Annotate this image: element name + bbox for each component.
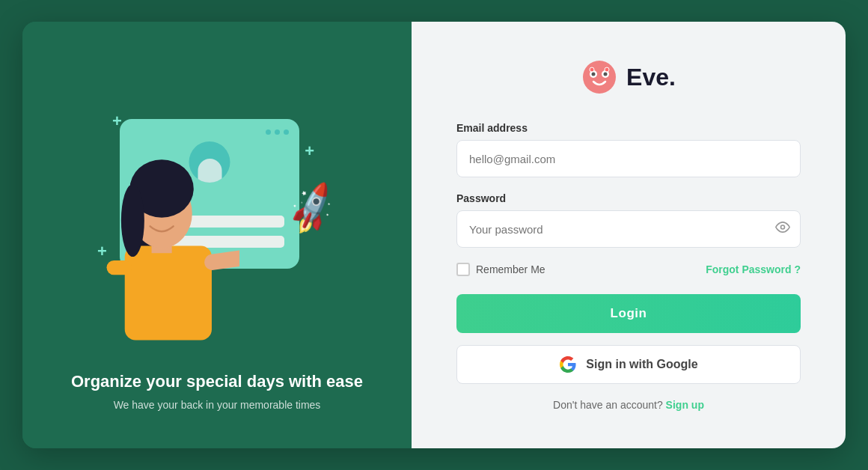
form-container: Email address Password — [456, 122, 801, 411]
svg-rect-8 — [107, 260, 132, 275]
card-dot — [275, 129, 280, 135]
svg-point-5 — [121, 184, 144, 257]
logo-row: Eve. — [581, 59, 676, 95]
password-group: Password — [456, 192, 801, 248]
email-label: Email address — [456, 122, 801, 134]
svg-point-13 — [604, 73, 608, 76]
card-dot — [284, 129, 289, 135]
email-input-wrapper — [456, 140, 801, 177]
forgot-password-link[interactable]: Forgot Password ? — [706, 263, 801, 275]
svg-point-12 — [592, 73, 596, 76]
remember-forgot-row: Remember Me Forgot Password ? — [456, 263, 801, 276]
card-dots — [266, 129, 289, 135]
remember-me-checkbox[interactable] — [456, 263, 470, 276]
google-signin-label: Sign in with Google — [586, 358, 697, 371]
left-title: Organize your special days with ease — [71, 372, 363, 391]
plus-icon-2: + — [305, 141, 314, 161]
eye-icon[interactable] — [775, 220, 790, 239]
google-signin-button[interactable]: Sign in with Google — [456, 345, 801, 384]
card-dot — [266, 129, 271, 135]
right-panel: Eve. Email address Password — [412, 22, 846, 448]
login-button[interactable]: Login — [456, 294, 801, 333]
password-input[interactable] — [456, 210, 801, 248]
remember-me-label: Remember Me — [476, 263, 545, 275]
google-logo-icon — [559, 355, 577, 373]
remember-me-group: Remember Me — [456, 263, 545, 276]
signup-link[interactable]: Sign up — [666, 399, 704, 411]
svg-point-15 — [605, 67, 609, 72]
svg-point-14 — [590, 67, 594, 72]
password-input-wrapper — [456, 210, 801, 248]
left-panel: + + + — [22, 22, 412, 448]
svg-point-9 — [583, 61, 616, 94]
no-account-text: Don't have an account? — [553, 399, 663, 411]
illustration-area: + + + — [75, 97, 359, 351]
left-text-block: Organize your special days with ease We … — [71, 372, 363, 411]
svg-point-16 — [781, 225, 785, 229]
logo-icon — [581, 59, 617, 95]
email-input[interactable] — [456, 140, 801, 177]
password-label: Password — [456, 192, 801, 204]
left-subtitle: We have your back in your memorable time… — [71, 399, 363, 411]
signup-row: Don't have an account? Sign up — [456, 399, 801, 411]
email-group: Email address — [456, 122, 801, 177]
character-illustration — [90, 119, 239, 351]
logo-text: Eve. — [626, 64, 676, 91]
outer-container: + + + — [22, 22, 846, 448]
svg-rect-1 — [125, 246, 212, 341]
